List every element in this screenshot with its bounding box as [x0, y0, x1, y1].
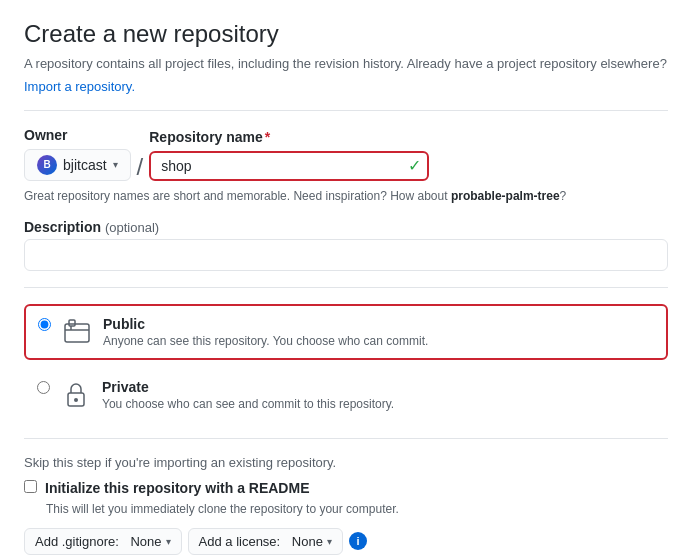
- owner-field: Owner B bjitcast ▾: [24, 127, 131, 181]
- readme-label: Initialize this repository with a README: [45, 480, 309, 496]
- gitignore-dropdown[interactable]: Add .gitignore: None ▾: [24, 528, 182, 555]
- repo-name-input-wrapper: ✓: [149, 151, 429, 181]
- slash-separator: /: [137, 155, 144, 181]
- check-icon: ✓: [408, 156, 421, 175]
- visibility-public-option[interactable]: Public Anyone can see this repository. Y…: [24, 304, 668, 360]
- page-title: Create a new repository: [24, 20, 668, 48]
- license-value: None: [292, 534, 323, 549]
- svg-point-5: [74, 398, 78, 402]
- description-label: Description (optional): [24, 219, 668, 235]
- readme-row: Initialize this repository with a README: [24, 480, 668, 496]
- owner-avatar: B: [37, 155, 57, 175]
- license-dropdown[interactable]: Add a license: None ▾: [188, 528, 343, 555]
- private-radio[interactable]: [37, 381, 50, 394]
- chevron-down-icon: ▾: [113, 159, 118, 170]
- private-icon: [60, 379, 92, 411]
- visibility-section: Public Anyone can see this repository. Y…: [24, 304, 668, 422]
- gitignore-value: None: [130, 534, 161, 549]
- svg-rect-1: [69, 320, 75, 326]
- description-field: Description (optional): [24, 219, 668, 271]
- optional-label: (optional): [105, 220, 159, 235]
- suggestion-text: probable-palm-tree: [451, 189, 560, 203]
- dropdowns-row: Add .gitignore: None ▾ Add a license: No…: [24, 528, 668, 555]
- public-radio[interactable]: [38, 318, 51, 331]
- repo-name-field: Repository name* ✓: [149, 129, 429, 181]
- skip-text: Skip this step if you're importing an ex…: [24, 455, 668, 470]
- owner-label: Owner: [24, 127, 131, 143]
- page-subtitle: A repository contains all project files,…: [24, 54, 668, 74]
- repo-hint: Great repository names are short and mem…: [24, 189, 668, 203]
- svg-rect-0: [65, 324, 89, 342]
- license-chevron-icon: ▾: [327, 536, 332, 547]
- private-desc: You choose who can see and commit to thi…: [102, 397, 394, 411]
- private-text: Private You choose who can see and commi…: [102, 379, 394, 411]
- public-icon: [61, 316, 93, 348]
- description-input[interactable]: [24, 239, 668, 271]
- repo-name-input[interactable]: [149, 151, 429, 181]
- license-label: Add a license:: [199, 534, 281, 549]
- owner-dropdown[interactable]: B bjitcast ▾: [24, 149, 131, 181]
- gitignore-label: Add .gitignore:: [35, 534, 119, 549]
- visibility-private-option[interactable]: Private You choose who can see and commi…: [24, 368, 668, 422]
- divider-2: [24, 287, 668, 288]
- public-title: Public: [103, 316, 428, 332]
- gitignore-chevron-icon: ▾: [166, 536, 171, 547]
- divider-3: [24, 438, 668, 439]
- readme-checkbox[interactable]: [24, 480, 37, 493]
- info-icon[interactable]: i: [349, 532, 367, 550]
- private-title: Private: [102, 379, 394, 395]
- public-text: Public Anyone can see this repository. Y…: [103, 316, 428, 348]
- public-desc: Anyone can see this repository. You choo…: [103, 334, 428, 348]
- import-link[interactable]: Import a repository.: [24, 79, 135, 94]
- owner-name: bjitcast: [63, 157, 107, 173]
- readme-sublabel: This will let you immediately clone the …: [46, 502, 668, 516]
- divider-1: [24, 110, 668, 111]
- required-star: *: [265, 129, 270, 145]
- repo-name-label: Repository name*: [149, 129, 429, 145]
